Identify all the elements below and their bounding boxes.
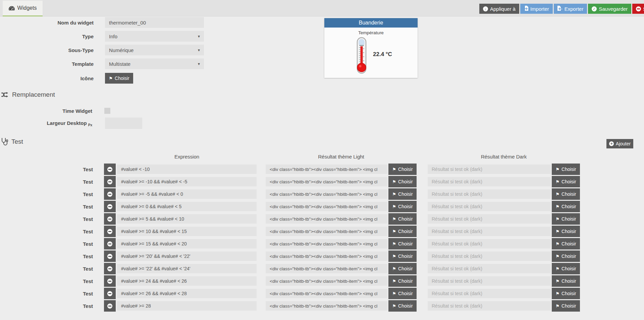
expression-input[interactable]: #value# >= 15 && #value# < 20 (117, 239, 257, 248)
result-light-input[interactable]: <div class="hbitb-tb"><div class="hbitb-… (266, 214, 387, 224)
result-dark-input[interactable]: Résultat si test ok (dark) (428, 214, 551, 224)
result-light-choisir-button[interactable]: ⚑ Choisir (388, 188, 417, 200)
result-dark-input[interactable]: Résultat si test ok (dark) (428, 289, 551, 298)
result-light-input[interactable]: <div class="hbitb-tb"><div class="hbitb-… (266, 239, 387, 248)
result-light-input[interactable]: <div class="hbitb-tb"><div class="hbitb-… (266, 202, 387, 211)
largeur-desktop-input[interactable] (105, 118, 142, 129)
remove-test-button[interactable] (104, 164, 116, 175)
result-light-input[interactable]: <div class="hbitb-tb"><div class="hbitb-… (266, 252, 387, 261)
add-test-button[interactable]: Ajouter (606, 139, 633, 148)
widget-name-input[interactable]: thermometer_00 (105, 17, 204, 28)
expression-input[interactable]: #value# >= '22' && #value# < '24' (117, 264, 257, 273)
result-light-input[interactable]: <div class="hbitb-tb"><div class="hbitb-… (266, 189, 387, 199)
result-dark-input[interactable]: Résultat si test ok (dark) (428, 165, 551, 174)
tab-widgets[interactable]: Widgets (3, 1, 43, 16)
result-dark-input[interactable]: Résultat si test ok (dark) (428, 227, 551, 236)
remove-test-button[interactable] (104, 250, 116, 262)
remove-test-button[interactable] (104, 275, 116, 287)
apply-to-button[interactable]: Appliquer à (479, 4, 519, 14)
result-dark-input[interactable]: Résultat si test ok (dark) (428, 177, 551, 186)
expression-input[interactable]: #value# >= 24 && #value# < 26 (117, 276, 257, 286)
remove-test-button[interactable] (104, 226, 116, 237)
result-dark-choisir-button[interactable]: ⚑ Choisir (552, 176, 580, 187)
result-light-input[interactable]: <div class="hbitb-tb"><div class="hbitb-… (266, 289, 387, 298)
result-dark-choisir-button[interactable]: ⚑ Choisir (552, 164, 580, 175)
result-light-choisir-button[interactable]: ⚑ Choisir (388, 288, 417, 299)
remove-test-button[interactable] (104, 263, 116, 274)
result-light-choisir-button[interactable]: ⚑ Choisir (388, 300, 417, 312)
expression-input[interactable]: #value# >= 0 && #value# < 5 (117, 202, 257, 211)
type-select[interactable]: Info ▼ (105, 31, 204, 42)
result-dark-input[interactable]: Résultat si test ok (dark) (428, 239, 551, 248)
import-button[interactable]: Importer (520, 4, 553, 14)
choisir-label: Choisir (398, 191, 413, 197)
result-dark-choisir-button[interactable]: ⚑ Choisir (552, 288, 580, 299)
test-row-label: Test (50, 167, 93, 172)
delete-button[interactable]: Supprimer (632, 4, 644, 14)
result-light-choisir-button[interactable]: ⚑ Choisir (388, 164, 417, 175)
result-dark-choisir-button[interactable]: ⚑ Choisir (552, 263, 580, 274)
result-light-input[interactable]: <div class="hbitb-tb"><div class="hbitb-… (266, 165, 387, 174)
result-light-choisir-button[interactable]: ⚑ Choisir (388, 201, 417, 212)
result-light-choisir-button[interactable]: ⚑ Choisir (388, 213, 417, 225)
expression-input[interactable]: #value# >= 10 && #value# < 15 (117, 227, 257, 236)
result-light-input[interactable]: <div class="hbitb-tb"><div class="hbitb-… (266, 301, 387, 311)
template-value: Multistate (109, 61, 130, 67)
expression-input[interactable]: #value# >= 26 && #value# < 28 (117, 289, 257, 298)
result-light-choisir-button[interactable]: ⚑ Choisir (388, 263, 417, 274)
expression-input[interactable]: #value# >= '20' && #value# < '22' (117, 252, 257, 261)
result-dark-choisir-button[interactable]: ⚑ Choisir (552, 238, 580, 249)
flag-icon: ⚑ (392, 242, 396, 246)
expression-input[interactable]: #value# >= 28 (117, 301, 257, 311)
result-dark-input[interactable]: Résultat si test ok (dark) (428, 252, 551, 261)
result-dark-input[interactable]: Résultat si test ok (dark) (428, 202, 551, 211)
choisir-label: Choisir (561, 229, 576, 234)
remove-test-button[interactable] (104, 201, 116, 212)
result-dark-choisir-button[interactable]: ⚑ Choisir (552, 250, 580, 262)
column-header-light: Résultat thème Light (266, 154, 417, 159)
subtype-select[interactable]: Numérique ▼ (105, 45, 204, 55)
remove-test-button[interactable] (104, 238, 116, 249)
apply-to-label: Appliquer à (490, 6, 516, 12)
expression-input[interactable]: #value# >= -5 && #value# < 0 (117, 189, 257, 199)
result-light-input[interactable]: <div class="hbitb-tb"><div class="hbitb-… (266, 264, 387, 273)
largeur-desktop-text: Largeur Desktop (47, 120, 87, 126)
result-light-choisir-button[interactable]: ⚑ Choisir (388, 176, 417, 187)
result-light-input[interactable]: <div class="hbitb-tb"><div class="hbitb-… (266, 276, 387, 286)
result-dark-input[interactable]: Résultat si test ok (dark) (428, 276, 551, 286)
result-dark-choisir-button[interactable]: ⚑ Choisir (552, 226, 580, 237)
expression-input[interactable]: #value# >= -10 && #value# < -5 (117, 177, 257, 186)
result-dark-choisir-button[interactable]: ⚑ Choisir (552, 213, 580, 225)
choisir-label: Choisir (561, 204, 576, 209)
result-dark-input[interactable]: Résultat si test ok (dark) (428, 301, 551, 311)
result-dark-choisir-button[interactable]: ⚑ Choisir (552, 188, 580, 200)
flag-icon: ⚑ (555, 279, 559, 283)
template-select[interactable]: Multistate ▼ (105, 58, 204, 69)
result-light-choisir-button[interactable]: ⚑ Choisir (388, 238, 417, 249)
minus-circle-icon (636, 6, 641, 11)
choisir-label: Choisir (561, 278, 576, 284)
result-light-choisir-button[interactable]: ⚑ Choisir (388, 226, 417, 237)
result-dark-input[interactable]: Résultat si test ok (dark) (428, 264, 551, 273)
time-widget-checkbox[interactable] (104, 108, 110, 114)
remove-test-button[interactable] (104, 213, 116, 225)
remove-test-button[interactable] (104, 288, 116, 299)
remove-test-button[interactable] (104, 300, 116, 312)
result-light-choisir-button[interactable]: ⚑ Choisir (388, 250, 417, 262)
export-button[interactable]: Exporter (554, 4, 587, 14)
expression-input[interactable]: #value# >= 5 && #value# < 10 (117, 214, 257, 224)
result-dark-input[interactable]: Résultat si test ok (dark) (428, 189, 551, 199)
result-dark-choisir-button[interactable]: ⚑ Choisir (552, 275, 580, 287)
icon-choisir-button[interactable]: ⚑ Choisir (105, 73, 133, 84)
save-button[interactable]: Sauvegarder (588, 4, 631, 14)
result-light-choisir-button[interactable]: ⚑ Choisir (388, 275, 417, 287)
result-dark-choisir-button[interactable]: ⚑ Choisir (552, 201, 580, 212)
expression-input[interactable]: #value# < -10 (117, 165, 257, 174)
result-light-input[interactable]: <div class="hbitb-tb"><div class="hbitb-… (266, 177, 387, 186)
result-dark-choisir-button[interactable]: ⚑ Choisir (552, 300, 580, 312)
remove-test-button[interactable] (104, 188, 116, 200)
remove-test-button[interactable] (104, 176, 116, 187)
result-light-input[interactable]: <div class="hbitb-tb"><div class="hbitb-… (266, 227, 387, 236)
minus-circle-icon (107, 254, 112, 259)
toolbar: Appliquer à Importer Exporter Sauvegarde… (479, 4, 644, 14)
